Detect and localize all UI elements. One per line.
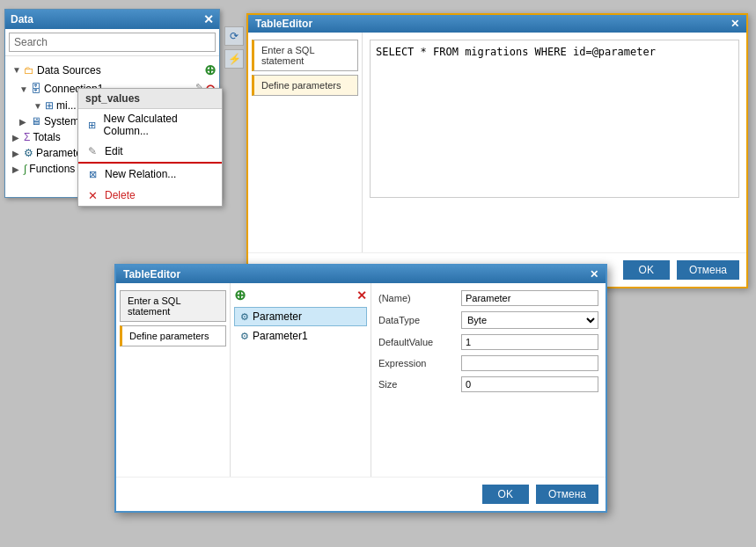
search-input[interactable] <box>9 33 216 52</box>
te2-sidebar: Enter a SQL statement Define parameters <box>116 283 231 477</box>
prop-row-expression: Expression <box>378 355 598 371</box>
expand-icon-func: ▶ <box>12 164 21 174</box>
search-box <box>5 29 219 56</box>
new-relation-label: New Relation... <box>105 168 176 180</box>
relation-icon: ⊠ <box>85 167 99 181</box>
prop-expression-label: Expression <box>378 358 458 368</box>
sigma-icon: Σ <box>24 131 30 143</box>
table-editor-1-cancel-button[interactable]: Отмена <box>677 260 739 280</box>
expand-icon-tot: ▶ <box>12 133 21 142</box>
prop-row-defaultvalue: DefaultValue <box>378 334 598 350</box>
context-menu-delete[interactable]: ✕ Delete <box>78 185 222 206</box>
folder-icon: 🗀 <box>24 64 34 77</box>
expand-icon-sys: ▶ <box>19 117 28 127</box>
left-toolbar: ⟳ ⚡ <box>224 26 244 69</box>
te2-define-params-tab[interactable]: Define parameters <box>120 325 226 346</box>
table-editor-1-close[interactable]: ✕ <box>730 18 739 30</box>
data-sources-label: Data Sources <box>37 64 101 77</box>
te2-params-list: ⊕ ✕ ⚙ Parameter ⚙ Parameter1 <box>231 283 371 477</box>
data-panel-header: Data ✕ <box>5 10 219 29</box>
table-editor-2-title: TableEditor <box>123 268 180 281</box>
prop-size-input[interactable] <box>461 376 598 392</box>
table-editor-1-title: TableEditor <box>255 18 312 30</box>
te2-ok-button[interactable]: OK <box>482 485 529 504</box>
te2-content: Enter a SQL statement Define parameters … <box>116 283 606 477</box>
param-item-icon-1: ⚙ <box>240 311 249 323</box>
sql-input[interactable]: SELECT * FROM migrations WHERE id=@param… <box>370 40 739 198</box>
new-calc-col-label: New Calculated Column... <box>104 113 215 137</box>
expand-icon-mig: ▼ <box>33 101 42 111</box>
param-item-label-1: Parameter <box>253 310 302 323</box>
param-item-parameter1[interactable]: ⚙ Parameter1 <box>234 326 367 346</box>
table-editor-2-header: TableEditor ✕ <box>116 266 606 283</box>
te2-footer: OK Отмена <box>116 477 606 511</box>
prop-row-name: (Name) <box>378 290 598 306</box>
table-editor-2-close[interactable]: ✕ <box>590 268 598 281</box>
te2-main: ⊕ ✕ ⚙ Parameter ⚙ Parameter1 (Name) <box>231 283 606 477</box>
functions-label: Functions <box>29 163 75 175</box>
totals-label: Totals <box>33 131 60 143</box>
param-item-parameter[interactable]: ⚙ Parameter <box>234 307 367 326</box>
calc-col-icon: ⊞ <box>85 118 99 132</box>
add-parameter-button[interactable]: ⊕ <box>234 287 246 303</box>
context-menu-new-calc-col[interactable]: ⊞ New Calculated Column... <box>78 109 222 141</box>
table-icon: ⊞ <box>45 99 54 112</box>
table-editor-1: TableEditor ✕ Enter a SQL statement Defi… <box>246 13 748 288</box>
migrations-label: mi... <box>56 99 77 112</box>
te2-cancel-button[interactable]: Отмена <box>536 485 598 504</box>
prop-defaultvalue-label: DefaultValue <box>378 337 458 347</box>
prop-name-label: (Name) <box>378 293 458 303</box>
param-item-label-2: Parameter1 <box>253 330 308 342</box>
prop-row-size: Size <box>378 376 598 392</box>
action-icons: ⊕ <box>204 62 216 78</box>
param-item-icon-2: ⚙ <box>240 331 249 342</box>
tree-item-data-sources[interactable]: ▼ 🗀 Data Sources ⊕ <box>5 60 219 80</box>
prop-size-label: Size <box>378 379 458 390</box>
table-editor-1-ok-button[interactable]: OK <box>623 260 670 280</box>
table-editor-1-header: TableEditor ✕ <box>248 15 746 33</box>
prop-datatype-select[interactable]: Byte Int String Bool DateTime <box>461 311 598 329</box>
table-editor-2: TableEditor ✕ Enter a SQL statement Defi… <box>114 264 607 513</box>
define-params-tab[interactable]: Define parameters <box>252 75 358 96</box>
edit-icon: ✎ <box>85 144 99 158</box>
delete-parameter-button[interactable]: ✕ <box>356 288 367 303</box>
prop-expression-input[interactable] <box>461 355 598 371</box>
db-icon: 🗄 <box>31 83 41 95</box>
table-editor-1-tabs: Enter a SQL statement Define parameters <box>248 33 363 252</box>
prop-defaultvalue-input[interactable] <box>461 334 598 350</box>
enter-sql-tab[interactable]: Enter a SQL statement <box>252 40 358 71</box>
systemv-icon: 🖥 <box>31 115 41 128</box>
prop-datatype-label: DataType <box>378 315 458 325</box>
context-menu-new-relation[interactable]: ⊠ New Relation... <box>78 164 222 185</box>
param-icon: ⚙ <box>24 147 33 159</box>
expand-icon: ▼ <box>12 65 21 75</box>
param-list-header: ⊕ ✕ <box>234 287 367 303</box>
edit-label: Edit <box>105 145 123 157</box>
toolbar-icon-2[interactable]: ⚡ <box>224 49 244 69</box>
func-icon: ∫ <box>24 163 26 175</box>
delete-icon: ✕ <box>85 188 99 202</box>
table-editor-1-content: Enter a SQL statement Define parameters … <box>248 33 746 252</box>
context-menu-edit[interactable]: ✎ Edit <box>78 141 222 164</box>
prop-name-input[interactable] <box>461 290 598 306</box>
context-menu-header: spt_values <box>78 89 222 109</box>
te2-enter-sql-tab[interactable]: Enter a SQL statement <box>120 290 226 322</box>
delete-label: Delete <box>105 189 136 201</box>
expand-icon-param: ▶ <box>12 149 21 158</box>
te2-properties: (Name) DataType Byte Int String Bool Dat… <box>371 283 606 477</box>
sql-area: SELECT * FROM migrations WHERE id=@param… <box>363 33 746 252</box>
expand-icon-conn: ▼ <box>19 84 28 94</box>
toolbar-icon-1[interactable]: ⟳ <box>224 26 244 46</box>
data-panel-close-button[interactable]: ✕ <box>203 12 214 26</box>
add-datasource-button[interactable]: ⊕ <box>204 62 216 78</box>
data-panel-title: Data <box>11 13 33 26</box>
context-menu: spt_values ⊞ New Calculated Column... ✎ … <box>77 88 223 207</box>
prop-row-datatype: DataType Byte Int String Bool DateTime <box>378 311 598 329</box>
